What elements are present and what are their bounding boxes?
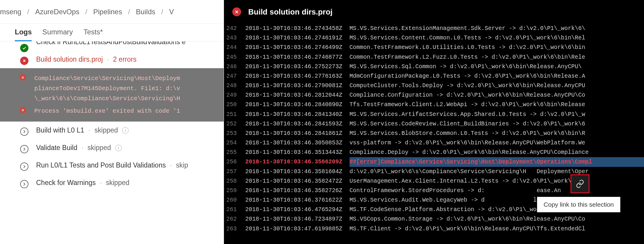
timestamp: 2018-11-30T16:03:46.3566209Z <box>245 157 350 167</box>
step-build-l0l1[interactable]: Build with L0 L1 · skipped i <box>0 122 224 139</box>
log-text: Common.TestFramework.L2.Fuzz.L0.Tests ->… <box>350 52 644 62</box>
timestamp: 2018-11-30T16:03:46.2790081Z <box>245 81 350 90</box>
line-number: 247 <box>226 71 245 81</box>
breadcrumb-sep: / <box>27 8 29 16</box>
log-header: Build solution dirs.proj <box>224 0 644 24</box>
step-check-warnings[interactable]: Check for Warnings · skipped <box>0 174 224 192</box>
step-build-solution[interactable]: Build solution dirs.proj · 2 errors <box>0 51 224 68</box>
timestamp: 2018-11-30T16:03:46.2840890Z <box>245 100 350 109</box>
step-title: Check for Warnings <box>36 179 96 187</box>
step-list[interactable]: Check if RunL0L1TestsAndPostBuildValidat… <box>0 42 224 244</box>
line-number: 251 <box>226 110 245 119</box>
log-text: MdmConfigurationPackage.L0.Tests -> d:\v… <box>350 71 644 81</box>
error-badge-icon: ✕ <box>20 74 26 81</box>
error-detail-block[interactable]: ✕ Compliance\Service\Servicing\Host\Depl… <box>0 68 224 122</box>
timestamp: 2018-11-30T16:03:46.3582472Z <box>245 176 350 186</box>
breadcrumb-sep: / <box>161 8 163 16</box>
step-run-tests[interactable]: Run L0/L1 Tests and Post Build Validatio… <box>0 157 224 174</box>
step-status: skipped <box>87 144 111 152</box>
line-number: 250 <box>226 100 245 109</box>
log-text: MS.VS.Services.BlobStore.Common.L0.Tests… <box>350 129 644 138</box>
step-check-runl0l1[interactable]: Check if RunL0L1TestsAndPostBuildValidat… <box>0 42 224 51</box>
log-line[interactable]: 2482018-11-30T16:03:46.2790081ZComputeCl… <box>224 81 644 90</box>
log-text: ComputeCluster.Tools.Deploy -> d:\v2.0\P… <box>350 81 644 90</box>
line-number: 255 <box>226 148 245 157</box>
crumb-builds[interactable]: Builds <box>136 8 155 16</box>
breadcrumb-sep: / <box>85 8 87 16</box>
log-text: Common.TestFramework.L0.Utilities.L0.Tes… <box>350 43 644 52</box>
log-text: Tfs.TestFramework.Client.L2.WebApi -> d:… <box>350 100 644 109</box>
line-number: 259 <box>226 186 245 195</box>
log-text: UserManagement.Aex.Client.Internal.L2.Te… <box>350 176 644 186</box>
step-status: skipped <box>94 126 118 134</box>
log-line[interactable]: 2632018-11-30T16:03:47.6199885ZMS.TF.Cli… <box>224 224 644 234</box>
log-line[interactable]: 2562018-11-30T16:03:46.3566209Z##[error]… <box>224 157 644 167</box>
line-number: 258 <box>226 176 245 186</box>
log-line[interactable]: 2522018-11-30T16:03:46.2841593ZMS.VS.Ser… <box>224 119 644 129</box>
timestamp: 2018-11-30T16:03:46.2776163Z <box>245 71 350 81</box>
error-message: Process 'msbuild.exe' exited with code '… <box>34 106 218 116</box>
tab-summary[interactable]: Summary <box>42 28 73 41</box>
log-line[interactable]: 2462018-11-30T16:03:46.2752273ZMS.VS.Ser… <box>224 62 644 71</box>
log-text: ControlFramework.StoredProcedures -> d: … <box>350 186 644 195</box>
step-validate-build[interactable]: Validate Build · skipped i <box>0 139 224 157</box>
timestamp: 2018-11-30T16:03:46.3050853Z <box>245 138 350 148</box>
log-line[interactable]: 2452018-11-30T16:03:46.2746877ZCommon.Te… <box>224 52 644 62</box>
log-line[interactable]: 2512018-11-30T16:03:46.2841340ZMS.VS.Ser… <box>224 110 644 119</box>
log-line[interactable]: 2532018-11-30T16:03:46.2841861ZMS.VS.Ser… <box>224 129 644 138</box>
crumb-v[interactable]: V <box>169 8 174 16</box>
log-title: Build solution dirs.proj <box>248 7 333 17</box>
log-text: d:\v2.0\P1\_work\6\s\Compliance\Service\… <box>350 167 644 176</box>
log-text: MS.VS.Services.ExtensionManagement.Sdk.S… <box>350 24 644 33</box>
error-row[interactable]: ✕ Compliance\Service\Servicing\Host\Depl… <box>20 72 218 105</box>
info-icon[interactable]: i <box>115 145 122 151</box>
crumb-mseng[interactable]: mseng <box>0 8 21 16</box>
log-line[interactable]: 2552018-11-30T16:03:46.3513443ZComplianc… <box>224 148 644 157</box>
line-number: 248 <box>226 81 245 90</box>
log-text: Compliance.Configuration -> d:\v2.0\P1\_… <box>350 90 644 100</box>
crumb-pipelines[interactable]: Pipelines <box>93 8 122 16</box>
log-text: MS.VS.Services.ArtifactServices.App.Shar… <box>350 110 644 119</box>
step-title: Check if RunL0L1TestsAndPostBuildValidat… <box>36 42 186 46</box>
log-text: MS.TF.Client -> d:\v2.0\P1\_work\6\bin\R… <box>350 224 644 234</box>
chevron-right-icon <box>20 127 28 136</box>
steps-pane: mseng / AzureDevOps / Pipelines / Builds… <box>0 0 224 244</box>
log-text: MS.VS.Services.CodeReview.Client_BuildBi… <box>350 119 644 129</box>
timestamp: 2018-11-30T16:03:46.2746499Z <box>245 43 350 52</box>
log-line[interactable]: 2442018-11-30T16:03:46.2746499ZCommon.Te… <box>224 43 644 52</box>
timestamp: 2018-11-30T16:03:46.2841340Z <box>245 110 350 119</box>
tab-tests[interactable]: Tests* <box>84 28 103 41</box>
tab-logs[interactable]: Logs <box>15 28 32 41</box>
timestamp: 2018-11-30T16:03:46.4765294Z <box>245 205 350 214</box>
error-row[interactable]: ✕ Process 'msbuild.exe' exited with code… <box>20 105 218 117</box>
line-number: 256 <box>226 157 245 167</box>
log-line[interactable]: 2502018-11-30T16:03:46.2840890ZTfs.TestF… <box>224 100 644 109</box>
log-line[interactable]: 2492018-11-30T16:03:46.2812044ZComplianc… <box>224 90 644 100</box>
line-number: 262 <box>226 214 245 224</box>
step-title: Build solution dirs.proj <box>36 55 103 63</box>
line-number: 245 <box>226 52 245 62</box>
line-number: 253 <box>226 129 245 138</box>
crumb-azuredevops[interactable]: AzureDevOps <box>35 8 79 16</box>
line-number: 249 <box>226 90 245 100</box>
timestamp: 2018-11-30T16:03:46.3513443Z <box>245 148 350 157</box>
line-number: 243 <box>226 33 245 43</box>
error-message: Compliance\Service\Servicing\Host\Deploy… <box>34 74 218 104</box>
breadcrumb: mseng / AzureDevOps / Pipelines / Builds… <box>0 0 224 24</box>
info-icon[interactable]: i <box>122 127 129 134</box>
timestamp: 2018-11-30T16:03:46.2752273Z <box>245 62 350 71</box>
line-number: 254 <box>226 138 245 148</box>
step-title: Run L0/L1 Tests and Post Build Validatio… <box>36 161 166 169</box>
copy-link-tooltip: Copy link to this selection <box>537 197 620 212</box>
separator-dot: · <box>170 161 172 169</box>
log-line[interactable]: 2622018-11-30T16:03:46.7234897ZMS.VSCops… <box>224 214 644 224</box>
view-tabs: Logs Summary Tests* <box>0 24 224 42</box>
step-status: skip <box>176 161 188 169</box>
log-line[interactable]: 2432018-11-30T16:03:46.2746191ZMS.VS.Ser… <box>224 33 644 43</box>
log-line[interactable]: 2472018-11-30T16:03:46.2776163ZMdmConfig… <box>224 71 644 81</box>
copy-link-button[interactable] <box>571 174 589 193</box>
error-count: 2 errors <box>113 55 136 63</box>
log-text: ##[error]Compliance\Service\Servicing\Ho… <box>350 157 644 167</box>
log-line[interactable]: 2422018-11-30T16:03:46.2743458ZMS.VS.Ser… <box>224 24 644 33</box>
log-line[interactable]: 2542018-11-30T16:03:46.3050853Zvss-platf… <box>224 138 644 148</box>
